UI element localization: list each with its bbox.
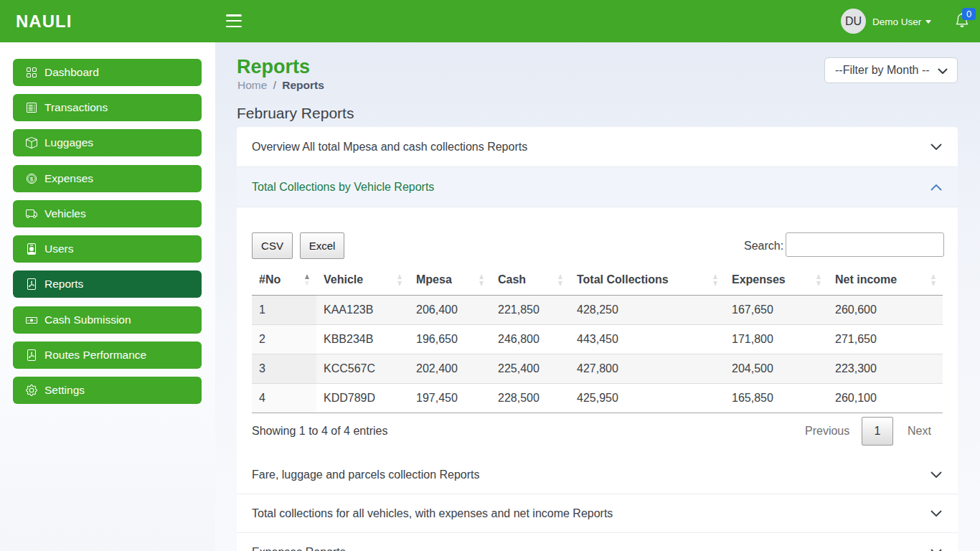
svg-text:$: $ [30, 176, 34, 182]
